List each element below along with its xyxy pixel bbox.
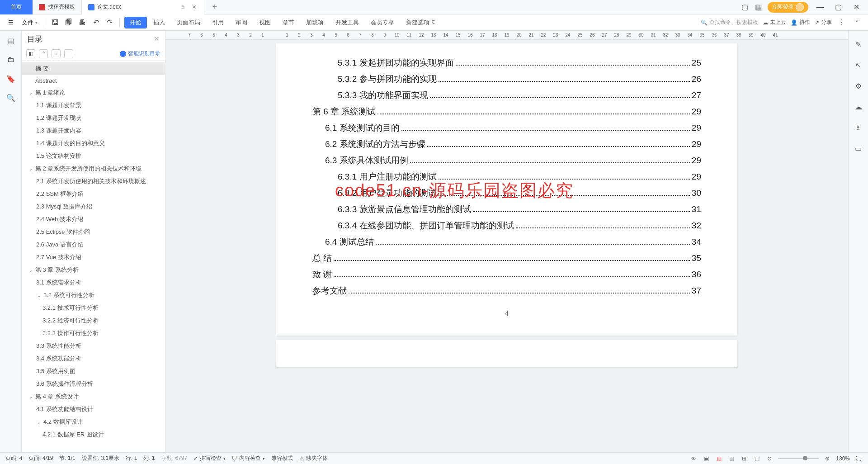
zoom-level[interactable]: 130% xyxy=(836,455,850,462)
toc-item[interactable]: 3.2.3 操作可行性分析 xyxy=(22,327,165,340)
toc-item[interactable]: 1.4 课题开发的目的和意义 xyxy=(22,137,165,150)
toc-item[interactable]: 2.4 Web 技术介绍 xyxy=(22,213,165,226)
chevron-down-icon[interactable]: ⌄ xyxy=(28,394,33,399)
tab-home[interactable]: 首页 xyxy=(0,0,33,14)
zoom-thumb[interactable] xyxy=(803,456,807,460)
sb-words[interactable]: 字数: 6797 xyxy=(161,455,187,462)
chevron-down-icon[interactable]: ⌄ xyxy=(28,90,33,95)
folder-icon[interactable]: 🗀 xyxy=(5,54,16,65)
toc-item[interactable]: ⌄第 4 章 系统设计 xyxy=(22,390,165,403)
toc-item[interactable]: 2.1 系统开发所使用的相关技术和环境概述 xyxy=(22,175,165,188)
login-button[interactable]: 立即登录 xyxy=(768,2,808,13)
hamburger-icon[interactable]: ☰ xyxy=(5,19,16,26)
toc-item[interactable]: 3.3 系统性能分析 xyxy=(22,340,165,352)
add-tab-button[interactable]: + xyxy=(209,2,221,12)
ai-recognize-button[interactable]: 智能识别目录 xyxy=(120,50,160,57)
toc-item[interactable]: 摘 要 xyxy=(22,62,165,75)
zoom-out-icon[interactable]: ⊝ xyxy=(765,455,774,463)
toc-item[interactable]: 1.3 课题开发内容 xyxy=(22,124,165,137)
read-icon[interactable]: ▭ xyxy=(853,143,864,154)
sb-col[interactable]: 列: 1 xyxy=(143,455,155,462)
minimize-button[interactable]: — xyxy=(814,2,826,12)
maximize-button[interactable]: ▢ xyxy=(832,2,844,12)
outline-tool-1[interactable]: ◧ xyxy=(26,49,35,58)
toc-item[interactable]: ⌄3.2 系统可行性分析 xyxy=(22,289,165,302)
toc-item[interactable]: 2.5 Eclipse 软件介绍 xyxy=(22,226,165,238)
chevron-down-icon[interactable]: ⌄ xyxy=(36,293,42,298)
toc-item[interactable]: 2.2 SSM 框架介绍 xyxy=(22,188,165,200)
toc-item[interactable]: 3.6 系统操作流程分析 xyxy=(22,378,165,390)
redo-icon[interactable]: ↷ xyxy=(104,17,115,28)
menu-开发工具[interactable]: 开发工具 xyxy=(330,17,364,28)
outline-collapse-button[interactable]: − xyxy=(64,49,73,58)
toc-item[interactable]: ⌄第 1 章绪论 xyxy=(22,86,165,99)
toc-item[interactable]: 1.2 课题开发现状 xyxy=(22,112,165,124)
sb-content[interactable]: ⛉内容检查▾ xyxy=(232,455,265,462)
sb-row[interactable]: 行: 1 xyxy=(126,455,137,462)
search-input[interactable]: 🔍 查找命令、搜索模板 xyxy=(701,19,758,26)
menu-会员专享[interactable]: 会员专享 xyxy=(365,17,400,28)
bookmark-icon[interactable]: 🔖 xyxy=(5,73,16,84)
chevron-down-icon[interactable]: ⌄ xyxy=(28,268,33,273)
toc-item[interactable]: 2.3 Mysql 数据库介绍 xyxy=(22,200,165,213)
print-preview-icon[interactable]: 🗐 xyxy=(63,17,74,28)
menu-开始[interactable]: 开始 xyxy=(124,17,147,28)
edit-icon[interactable]: ✎ xyxy=(853,39,864,50)
reading-icon[interactable]: ◫ xyxy=(753,455,761,463)
eye-icon[interactable]: 👁 xyxy=(689,455,698,463)
share-button[interactable]: ↗分享 xyxy=(815,19,832,26)
toc-item[interactable]: 2.6 Java 语言介绍 xyxy=(22,238,165,251)
toc-item[interactable]: 4.2.1 数据库 ER 图设计 xyxy=(22,428,165,441)
fullscreen-icon[interactable]: ⛶ xyxy=(854,455,863,463)
toc-item[interactable]: 3.4 系统功能分析 xyxy=(22,352,165,365)
view2-icon[interactable]: ▤ xyxy=(715,455,723,463)
layout-icon[interactable]: ▢ xyxy=(741,3,749,11)
menu-引用[interactable]: 引用 xyxy=(207,17,229,28)
toc-item[interactable]: 3.2.2 经济可行性分析 xyxy=(22,314,165,327)
toc-item[interactable]: 3.1 系统需求分析 xyxy=(22,276,165,289)
select-icon[interactable]: ↖ xyxy=(853,60,864,71)
file-menu[interactable]: 文件▾ xyxy=(19,19,40,27)
menu-新建选项卡[interactable]: 新建选项卡 xyxy=(401,17,441,28)
sb-missing[interactable]: ⚠缺失字体 xyxy=(299,455,328,462)
close-icon[interactable]: ✕ xyxy=(191,4,198,10)
outline-expand-button[interactable]: + xyxy=(52,49,61,58)
sb-page[interactable]: 页面: 4/19 xyxy=(28,455,53,462)
tab-template[interactable]: 找稻壳模板 xyxy=(33,0,81,14)
toc-item[interactable]: Abstract xyxy=(22,75,165,86)
cloud-status[interactable]: ☁未上云 xyxy=(763,19,786,26)
toc-item[interactable]: ⌄第 2 章系统开发所使用的相关技术和环境 xyxy=(22,162,165,175)
sb-spell[interactable]: ✓拼写检查▾ xyxy=(193,455,226,462)
view4-icon[interactable]: ⊞ xyxy=(740,455,748,463)
outline-close-icon[interactable]: ✕ xyxy=(154,35,160,43)
sb-page-code[interactable]: 页码: 4 xyxy=(5,455,22,462)
toc-item[interactable]: 1.5 论文结构安排 xyxy=(22,150,165,162)
chevron-down-icon[interactable]: ⌄ xyxy=(28,166,33,171)
tab-doc[interactable]: 论文.docx ⧉ ✕ xyxy=(81,0,204,14)
zoom-in-icon[interactable]: ⊕ xyxy=(823,455,831,463)
sb-section[interactable]: 节: 1/1 xyxy=(59,455,75,462)
toc-item[interactable]: ⌄第 3 章 系统分析 xyxy=(22,264,165,276)
outline-tool-2[interactable]: ⌃ xyxy=(39,49,48,58)
coop-button[interactable]: 👤协作 xyxy=(791,19,810,26)
undo-icon[interactable]: ↶ xyxy=(90,17,101,28)
document-scroll[interactable]: 5.3.1 发起拼团功能的实现界面255.3.2 参与拼团功能的实现265.3.… xyxy=(165,40,848,452)
tab-popout-icon[interactable]: ⧉ xyxy=(181,4,185,10)
toc-item[interactable]: 1.1 课题开发背景 xyxy=(22,99,165,112)
chevron-up-icon[interactable]: ⌃ xyxy=(852,17,863,28)
view1-icon[interactable]: ▣ xyxy=(702,455,710,463)
toc-item[interactable]: 2.7 Vue 技术介绍 xyxy=(22,251,165,264)
menu-审阅[interactable]: 审阅 xyxy=(230,17,253,28)
close-window-button[interactable]: ✕ xyxy=(850,2,863,12)
outline-icon[interactable]: ▤ xyxy=(5,35,16,46)
menu-插入[interactable]: 插入 xyxy=(148,17,170,28)
safe-icon[interactable]: ⛨ xyxy=(853,122,864,133)
menu-视图[interactable]: 视图 xyxy=(254,17,276,28)
print-icon[interactable]: 🖶 xyxy=(77,17,88,28)
sb-compat[interactable]: 兼容模式 xyxy=(271,455,293,462)
toc-item[interactable]: 3.5 系统用例图 xyxy=(22,365,165,378)
menu-页面布局[interactable]: 页面布局 xyxy=(171,17,206,28)
settings-icon[interactable]: ⚙ xyxy=(853,80,864,91)
sb-setting[interactable]: 设置值: 3.1厘米 xyxy=(82,455,119,462)
save-icon[interactable]: 🖫 xyxy=(50,17,61,28)
